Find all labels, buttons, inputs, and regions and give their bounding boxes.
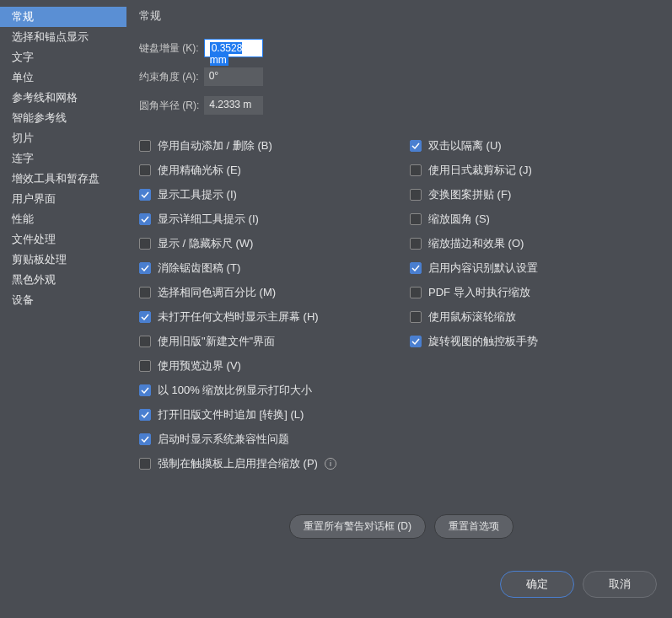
checkbox[interactable] (139, 189, 151, 201)
check-label: 选择相同色调百分比 (M) (158, 285, 276, 300)
check-row: 双击以隔离 (U) (410, 138, 664, 153)
sidebar: 常规选择和锚点显示文字单位参考线和网格智能参考线切片连字增效工具和暂存盘用户界面… (0, 0, 126, 618)
panel-title: 常规 (139, 8, 664, 24)
checkbox[interactable] (410, 311, 422, 323)
sidebar-item-2[interactable]: 文字 (0, 47, 126, 67)
check-row: 使用旧版"新建文件"界面 (139, 334, 393, 349)
check-label: 使用预览边界 (V) (158, 358, 241, 373)
check-label: 缩放圆角 (S) (428, 212, 490, 227)
check-label: 强制在触摸板上启用捏合缩放 (P) (158, 456, 318, 471)
sidebar-item-11[interactable]: 文件处理 (0, 229, 126, 250)
check-label: 启动时显示系统兼容性问题 (158, 432, 289, 447)
check-row: 使用鼠标滚轮缩放 (410, 309, 664, 325)
check-row: 缩放圆角 (S) (410, 212, 664, 227)
keyboard-increment-input[interactable]: 0.3528 mm (204, 39, 263, 57)
checkbox[interactable] (139, 287, 151, 298)
check-row: 启用内容识别默认设置 (410, 261, 664, 276)
check-row: 显示 / 隐藏标尺 (W) (139, 236, 393, 251)
check-label: 变换图案拼贴 (F) (428, 187, 511, 202)
corner-radius-label: 圆角半径 (R): (139, 99, 199, 113)
check-row: 启动时显示系统兼容性问题 (139, 432, 393, 447)
keyboard-increment-row: 键盘增量 (K): 0.3528 mm (139, 39, 664, 57)
checkbox[interactable] (410, 164, 422, 176)
sidebar-item-7[interactable]: 连字 (0, 148, 126, 169)
checkbox[interactable] (410, 213, 422, 225)
check-row: 使用日式裁剪标记 (J) (410, 163, 664, 178)
check-row: 旋转视图的触控板手势 (410, 334, 664, 349)
checkbox[interactable] (139, 409, 151, 421)
checkbox[interactable] (410, 287, 422, 298)
check-label: 使用旧版"新建文件"界面 (158, 334, 275, 349)
check-row: 使用预览边界 (V) (139, 358, 393, 373)
sidebar-item-6[interactable]: 切片 (0, 128, 126, 148)
check-row: 变换图案拼贴 (F) (410, 187, 664, 202)
check-label: 双击以隔离 (U) (428, 138, 502, 153)
check-label: 以 100% 缩放比例显示打印大小 (158, 383, 312, 398)
sidebar-item-12[interactable]: 剪贴板处理 (0, 250, 126, 270)
checkbox[interactable] (139, 458, 151, 470)
checkbox[interactable] (410, 140, 422, 152)
check-row: 显示详细工具提示 (I) (139, 212, 393, 227)
checkbox[interactable] (139, 433, 151, 445)
checkbox[interactable] (139, 360, 151, 372)
constrain-angle-row: 约束角度 (A): 0° (139, 67, 664, 86)
corner-radius-input[interactable]: 4.2333 m (204, 96, 263, 115)
check-label: PDF 导入时执行缩放 (428, 285, 530, 300)
sidebar-item-0[interactable]: 常规 (0, 7, 126, 27)
check-row: 消除锯齿图稿 (T) (139, 261, 393, 276)
check-row: 选择相同色调百分比 (M) (139, 285, 393, 300)
check-label: 使用精确光标 (E) (158, 163, 241, 178)
checkbox[interactable] (139, 311, 151, 323)
check-label: 停用自动添加 / 删除 (B) (158, 138, 272, 153)
sidebar-item-3[interactable]: 单位 (0, 67, 126, 88)
info-icon[interactable]: i (325, 458, 336, 470)
reset-prefs-button[interactable]: 重置首选项 (434, 514, 513, 539)
sidebar-item-1[interactable]: 选择和锚点显示 (0, 27, 126, 47)
sidebar-item-4[interactable]: 参考线和网格 (0, 88, 126, 108)
check-label: 消除锯齿图稿 (T) (158, 261, 240, 276)
check-row: PDF 导入时执行缩放 (410, 285, 664, 300)
check-label: 使用日式裁剪标记 (J) (428, 163, 532, 178)
cancel-button[interactable]: 取消 (583, 571, 657, 598)
check-row: 缩放描边和效果 (O) (410, 236, 664, 251)
checkbox[interactable] (410, 189, 422, 201)
check-row: 显示工具提示 (I) (139, 187, 393, 202)
check-label: 旋转视图的触控板手势 (428, 334, 538, 349)
checkbox[interactable] (139, 384, 151, 396)
check-label: 使用鼠标滚轮缩放 (428, 309, 516, 325)
check-row: 以 100% 缩放比例显示打印大小 (139, 383, 393, 398)
checkbox[interactable] (139, 262, 151, 274)
sidebar-item-13[interactable]: 黑色外观 (0, 270, 126, 290)
reset-warnings-button[interactable]: 重置所有警告对话框 (D) (289, 514, 426, 539)
sidebar-item-10[interactable]: 性能 (0, 209, 126, 229)
check-label: 缩放描边和效果 (O) (428, 236, 524, 251)
checkbox[interactable] (139, 213, 151, 225)
sidebar-item-8[interactable]: 增效工具和暂存盘 (0, 169, 126, 189)
check-label: 未打开任何文档时显示主屏幕 (H) (158, 309, 319, 325)
checkbox[interactable] (139, 238, 151, 250)
check-row: 打开旧版文件时追加 [转换] (L) (139, 407, 393, 422)
checkbox[interactable] (139, 336, 151, 347)
main-panel: 常规 键盘增量 (K): 0.3528 mm 约束角度 (A): 0° 圆角半径… (126, 0, 672, 618)
constrain-angle-label: 约束角度 (A): (139, 70, 199, 84)
check-row: 强制在触摸板上启用捏合缩放 (P)i (139, 456, 393, 471)
check-row: 使用精确光标 (E) (139, 163, 393, 178)
checkbox[interactable] (410, 336, 422, 347)
check-row: 未打开任何文档时显示主屏幕 (H) (139, 309, 393, 325)
corner-radius-row: 圆角半径 (R): 4.2333 m (139, 96, 664, 115)
ok-button[interactable]: 确定 (500, 571, 574, 598)
check-row: 停用自动添加 / 删除 (B) (139, 138, 393, 153)
constrain-angle-input[interactable]: 0° (204, 67, 263, 86)
checkbox[interactable] (139, 140, 151, 152)
sidebar-item-9[interactable]: 用户界面 (0, 189, 126, 209)
check-label: 显示工具提示 (I) (158, 187, 237, 202)
checkbox[interactable] (410, 238, 422, 250)
sidebar-item-5[interactable]: 智能参考线 (0, 108, 126, 128)
keyboard-increment-label: 键盘增量 (K): (139, 41, 199, 56)
check-label: 打开旧版文件时追加 [转换] (L) (158, 407, 304, 422)
sidebar-item-14[interactable]: 设备 (0, 290, 126, 310)
check-label: 显示详细工具提示 (I) (158, 212, 259, 227)
checkbox[interactable] (139, 164, 151, 176)
checkbox[interactable] (410, 262, 422, 274)
check-label: 显示 / 隐藏标尺 (W) (158, 236, 253, 251)
